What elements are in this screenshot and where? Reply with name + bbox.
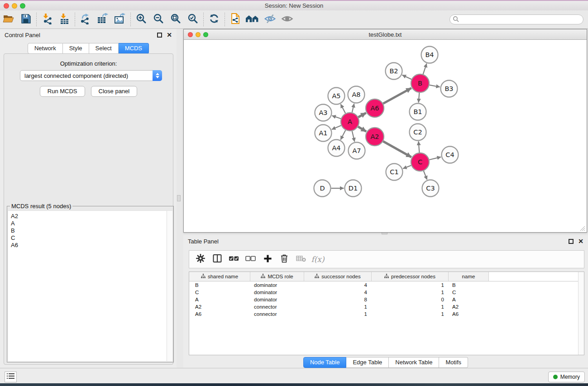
table-cell[interactable]: dominator	[250, 297, 304, 302]
network-graph[interactable]: B4B2BB3A8A5A6A3B1AA1C2A2A4A7C4CC1C3DD1	[184, 40, 587, 232]
table-cell[interactable]: C	[189, 290, 250, 295]
table-cell[interactable]: A6	[449, 311, 489, 317]
close-panel-button[interactable]: Close panel	[91, 86, 138, 97]
column-chooser-button[interactable]	[210, 253, 224, 266]
graph-edge-C-C4[interactable]	[429, 157, 441, 160]
tab-mcds[interactable]: MCDS	[119, 43, 149, 54]
graph-edge-B-B1[interactable]	[419, 93, 420, 103]
mcds-result-item[interactable]: B	[8, 227, 172, 234]
birds-eye-button[interactable]	[244, 12, 261, 27]
tab-motifs[interactable]: Motifs	[439, 357, 468, 368]
import-network-button[interactable]	[38, 12, 56, 27]
tab-edge-table[interactable]: Edge Table	[346, 357, 389, 368]
graph-edge-A-A3[interactable]	[332, 116, 341, 119]
zoom-selected-button[interactable]	[184, 12, 201, 27]
close-panel-icon[interactable]: ✕	[167, 33, 172, 38]
column-header-predecessor-nodes[interactable]: predecessor nodes	[372, 272, 449, 281]
table-cell[interactable]: connector	[250, 311, 304, 317]
zoom-fit-button[interactable]	[167, 12, 184, 27]
graph-edge-A-A4[interactable]	[340, 130, 345, 140]
table-cell[interactable]: 1	[304, 304, 372, 310]
table-cell[interactable]: B	[449, 282, 489, 288]
refresh-button[interactable]	[206, 12, 223, 27]
table-cell[interactable]: 1	[372, 282, 449, 288]
table-cell[interactable]: A	[449, 297, 489, 302]
graph-edge-A-A7[interactable]	[352, 131, 355, 142]
mcds-result-item[interactable]: A2	[8, 211, 172, 220]
clone-network-button[interactable]	[227, 12, 244, 27]
criterion-dropdown[interactable]: largest connected component (directed)	[20, 70, 162, 81]
mcds-result-item[interactable]: A	[8, 220, 172, 227]
deselect-all-button[interactable]	[244, 253, 258, 266]
table-cell[interactable]: B	[189, 282, 250, 288]
run-mcds-button[interactable]: Run MCDS	[40, 86, 85, 97]
vertical-split-handle[interactable]	[177, 195, 181, 201]
graph-edge-A6-B[interactable]	[383, 88, 411, 104]
table-cell[interactable]: C	[449, 290, 489, 295]
graph-edge-A-A5[interactable]	[341, 104, 346, 113]
table-cell[interactable]: A2	[449, 304, 489, 310]
select-all-button[interactable]	[227, 253, 241, 266]
float-panel-icon[interactable]	[157, 33, 162, 38]
table-cell[interactable]: 4	[304, 290, 372, 295]
function-builder-button[interactable]: f(x)	[311, 253, 325, 266]
table-cell[interactable]: 1	[372, 290, 449, 295]
table-cell[interactable]: 0	[372, 297, 449, 302]
table-row[interactable]: A2connector11A2	[189, 303, 584, 310]
tab-node-table[interactable]: Node Table	[303, 357, 347, 368]
table-cell[interactable]: A	[189, 297, 250, 302]
table-cell[interactable]: 1	[304, 311, 372, 317]
table-row[interactable]: Cdominator41C	[189, 289, 584, 296]
tab-style[interactable]: Style	[63, 43, 89, 54]
float-table-panel-icon[interactable]	[569, 239, 574, 244]
tab-select[interactable]: Select	[89, 43, 119, 54]
graph-edge-A-A2[interactable]	[358, 127, 366, 132]
table-cell[interactable]: A6	[189, 311, 250, 317]
resize-grip-icon[interactable]	[579, 225, 585, 231]
graph-edge-A-A8[interactable]	[352, 104, 354, 113]
table-row[interactable]: Adominator80A	[189, 296, 584, 303]
graph-edge-A-A1[interactable]	[332, 125, 341, 129]
delete-table-button[interactable]	[294, 253, 308, 266]
column-header-successor-nodes[interactable]: successor nodes	[304, 272, 372, 281]
graph-edge-C-C2[interactable]	[419, 141, 420, 152]
close-table-panel-icon[interactable]: ✕	[578, 239, 583, 244]
tab-network-table[interactable]: Network Table	[389, 357, 439, 368]
table-settings-button[interactable]	[194, 253, 207, 266]
import-table-button[interactable]	[56, 12, 73, 27]
mcds-result-item[interactable]: A6	[8, 242, 172, 249]
task-history-button[interactable]	[5, 372, 17, 382]
table-cell[interactable]: 4	[304, 282, 372, 288]
mcds-result-item[interactable]: C	[8, 234, 172, 242]
tab-network[interactable]: Network	[28, 43, 63, 54]
zoom-out-button[interactable]	[150, 12, 167, 27]
memory-button[interactable]: Memory	[548, 372, 585, 382]
table-row[interactable]: Bdominator41B	[189, 281, 584, 289]
table-cell[interactable]: 1	[372, 311, 449, 317]
table-cell[interactable]: 1	[372, 304, 449, 310]
table-cell[interactable]: dominator	[250, 290, 304, 295]
table-cell[interactable]: 8	[304, 297, 372, 302]
save-session-button[interactable]	[17, 12, 34, 27]
table-cell[interactable]: connector	[250, 304, 304, 310]
open-session-button[interactable]	[0, 12, 17, 27]
table-cell[interactable]: A2	[189, 304, 250, 310]
show-details-button[interactable]	[278, 12, 296, 27]
table-row[interactable]: A6connector11A6	[189, 310, 584, 318]
graph-edge-C-C1[interactable]	[403, 166, 411, 169]
export-network-button[interactable]	[77, 12, 94, 27]
export-table-button[interactable]	[94, 12, 111, 27]
graph-edge-A2-C[interactable]	[383, 141, 411, 157]
hide-details-button[interactable]	[261, 12, 278, 27]
table-scrollbar[interactable]	[578, 272, 584, 355]
column-header-MCDS-role[interactable]: MCDS role	[250, 272, 304, 281]
export-image-button[interactable]	[111, 12, 129, 27]
network-window-titlebar[interactable]: testGlobe.txt	[184, 29, 587, 40]
column-header-name[interactable]: name	[449, 272, 489, 281]
delete-row-button[interactable]	[277, 253, 291, 266]
mcds-list-scrollbar[interactable]	[167, 211, 172, 361]
network-graph-canvas[interactable]: B4B2BB3A8A5A6A3B1AA1C2A2A4A7C4CC1C3DD1	[184, 40, 586, 232]
graph-edge-B-B2[interactable]	[402, 75, 411, 79]
graph-edge-C-C3[interactable]	[424, 171, 427, 180]
graph-edge-A-A6[interactable]	[358, 113, 366, 117]
